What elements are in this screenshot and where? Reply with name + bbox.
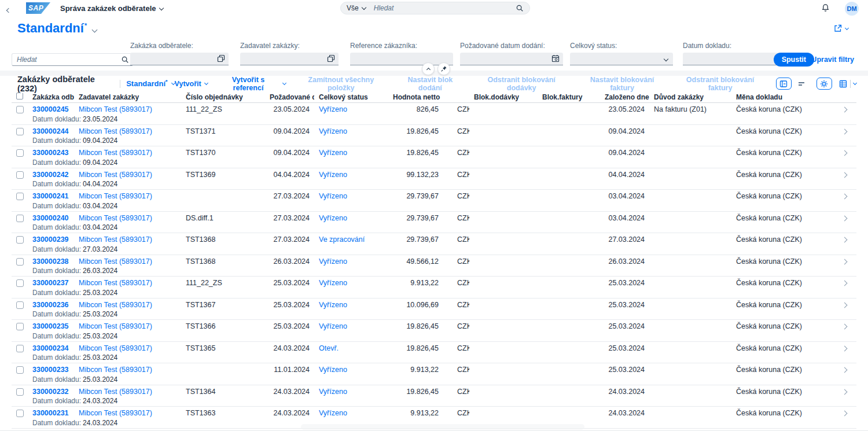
- table-settings-button[interactable]: [816, 78, 832, 90]
- table-row[interactable]: 330000245 Mibcon Test (5893017) 111_22_Z…: [12, 103, 856, 115]
- row-checkbox[interactable]: [16, 366, 24, 374]
- notifications-bell-icon[interactable]: [821, 3, 830, 12]
- document-date-input[interactable]: [683, 53, 786, 65]
- table-row[interactable]: 330000232 Mibcon Test (5893017) TST1364 …: [12, 385, 856, 397]
- sold-to-link[interactable]: Mibcon Test (5893017): [79, 257, 152, 266]
- row-navigation-chevron[interactable]: [842, 194, 848, 200]
- create-button[interactable]: Vytvořit: [175, 80, 208, 88]
- row-navigation-chevron[interactable]: [842, 367, 848, 373]
- sold-to-link[interactable]: Mibcon Test (5893017): [79, 409, 152, 417]
- row-navigation-chevron[interactable]: [842, 128, 848, 134]
- column-header-document-currency[interactable]: Měna dokladu: [731, 91, 838, 103]
- row-navigation-chevron[interactable]: [842, 324, 848, 330]
- row-checkbox[interactable]: [16, 279, 24, 287]
- create-with-reference-button[interactable]: Vytvořit s referencí: [217, 76, 286, 92]
- sales-order-link[interactable]: 330000234: [32, 344, 69, 352]
- search-icon[interactable]: [516, 4, 524, 12]
- table-row[interactable]: 330000239 Mibcon Test (5893017) TST1368 …: [12, 233, 856, 245]
- row-navigation-chevron[interactable]: [842, 302, 848, 308]
- user-avatar[interactable]: DM: [845, 2, 859, 16]
- row-checkbox[interactable]: [16, 345, 24, 352]
- sales-order-link[interactable]: 330000235: [32, 322, 69, 330]
- column-header-net-value[interactable]: Hodnota netto: [388, 91, 443, 103]
- table-row[interactable]: 330000233 Mibcon Test (5893017) 11.01.20…: [12, 363, 856, 375]
- sales-order-link[interactable]: 330000239: [32, 235, 69, 244]
- row-checkbox[interactable]: [16, 171, 24, 179]
- row-checkbox[interactable]: [16, 258, 24, 266]
- value-help-icon[interactable]: [217, 54, 226, 63]
- sales-order-link[interactable]: 330000244: [32, 127, 69, 135]
- shell-search-input[interactable]: [374, 4, 516, 12]
- shell-search[interactable]: Vše: [340, 2, 530, 14]
- sold-to-link[interactable]: Mibcon Test (5893017): [79, 366, 152, 374]
- sold-to-link[interactable]: Mibcon Test (5893017): [79, 322, 152, 330]
- go-button[interactable]: Spustit: [774, 53, 814, 67]
- table-row[interactable]: 330000238 Mibcon Test (5893017) TST1368 …: [12, 255, 856, 267]
- filter-search-field[interactable]: [12, 53, 133, 66]
- sales-order-link[interactable]: 330000233: [32, 366, 69, 374]
- sold-to-link[interactable]: Mibcon Test (5893017): [79, 279, 152, 287]
- search-icon[interactable]: [121, 56, 129, 64]
- table-row[interactable]: 330000243 Mibcon Test (5893017) TST1370 …: [12, 146, 856, 159]
- column-header-created-on[interactable]: Založeno dne: [600, 91, 649, 103]
- table-row[interactable]: 330000244 Mibcon Test (5893017) TST1371 …: [12, 124, 856, 137]
- sold-to-link[interactable]: Mibcon Test (5893017): [79, 171, 152, 179]
- row-checkbox[interactable]: [16, 388, 24, 396]
- pin-filter-button[interactable]: [437, 62, 450, 75]
- sold-to-link[interactable]: Mibcon Test (5893017): [79, 388, 152, 396]
- row-checkbox[interactable]: [16, 236, 24, 244]
- sold-to-link[interactable]: Mibcon Test (5893017): [79, 214, 152, 222]
- sales-order-input[interactable]: [130, 53, 229, 65]
- column-header-overall-status[interactable]: Celkový status: [314, 91, 388, 103]
- customer-reference-input[interactable]: [350, 53, 453, 65]
- overall-status-select[interactable]: [570, 53, 673, 65]
- sales-order-link[interactable]: 330000238: [32, 257, 69, 266]
- row-checkbox[interactable]: [16, 410, 24, 417]
- sold-to-link[interactable]: Mibcon Test (5893017): [79, 149, 152, 157]
- row-checkbox[interactable]: [16, 301, 24, 309]
- table-variant-selector[interactable]: Standardní*: [126, 79, 174, 88]
- app-title-menu[interactable]: Správa zakázek odběratele: [60, 4, 163, 13]
- horizontal-scrollbar[interactable]: [301, 424, 584, 430]
- column-header-order-reason[interactable]: Důvod zakázky: [649, 91, 731, 103]
- export-menu-button[interactable]: [839, 80, 856, 88]
- row-navigation-chevron[interactable]: [842, 107, 848, 113]
- row-navigation-chevron[interactable]: [842, 150, 848, 156]
- back-button[interactable]: [7, 4, 15, 12]
- requested-delivery-date-input[interactable]: [460, 53, 563, 65]
- column-header-sales-order[interactable]: Zakázka odběratele: [28, 91, 74, 103]
- row-checkbox[interactable]: [16, 323, 24, 330]
- table-row[interactable]: 330000240 Mibcon Test (5893017) DS.diff.…: [12, 211, 856, 223]
- adapt-filters-link[interactable]: Upravit filtry: [811, 56, 854, 64]
- row-checkbox[interactable]: [16, 215, 24, 222]
- sales-order-link[interactable]: 330000232: [32, 388, 69, 396]
- column-header-billing-block[interactable]: Blok.faktury: [538, 91, 600, 103]
- condensed-view-toggle[interactable]: [794, 78, 810, 90]
- row-navigation-chevron[interactable]: [842, 281, 848, 286]
- sales-order-link[interactable]: 330000245: [32, 105, 69, 113]
- filter-search-input[interactable]: [17, 56, 121, 64]
- row-checkbox[interactable]: [16, 149, 24, 157]
- detail-view-toggle[interactable]: [776, 78, 792, 90]
- collapse-filter-button[interactable]: [422, 62, 435, 75]
- calendar-icon[interactable]: [551, 54, 560, 63]
- table-row[interactable]: 330000231 Mibcon Test (5893017) TST1363 …: [12, 407, 856, 419]
- page-variant-title[interactable]: Standardní*: [17, 21, 97, 36]
- sales-order-link[interactable]: 330000243: [32, 149, 69, 157]
- sold-to-link[interactable]: Mibcon Test (5893017): [79, 301, 152, 309]
- row-navigation-chevron[interactable]: [842, 172, 848, 178]
- sales-order-link[interactable]: 330000231: [32, 409, 69, 417]
- sales-order-link[interactable]: 330000241: [32, 192, 69, 200]
- row-checkbox[interactable]: [16, 193, 24, 200]
- column-header-po-number[interactable]: Číslo objednávky: [181, 91, 265, 103]
- row-navigation-chevron[interactable]: [842, 345, 848, 351]
- sold-to-link[interactable]: Mibcon Test (5893017): [79, 192, 152, 200]
- share-menu-button[interactable]: [834, 24, 848, 32]
- search-scope-select[interactable]: Vše: [347, 4, 366, 12]
- value-help-icon[interactable]: [327, 54, 336, 63]
- sales-order-link[interactable]: 330000237: [32, 279, 69, 287]
- table-row[interactable]: 330000236 Mibcon Test (5893017) TST1367 …: [12, 298, 856, 310]
- sales-order-link[interactable]: 330000240: [32, 214, 69, 222]
- column-header-delivery-block[interactable]: Blok.dodávky: [469, 91, 538, 103]
- sold-to-link[interactable]: Mibcon Test (5893017): [79, 105, 152, 113]
